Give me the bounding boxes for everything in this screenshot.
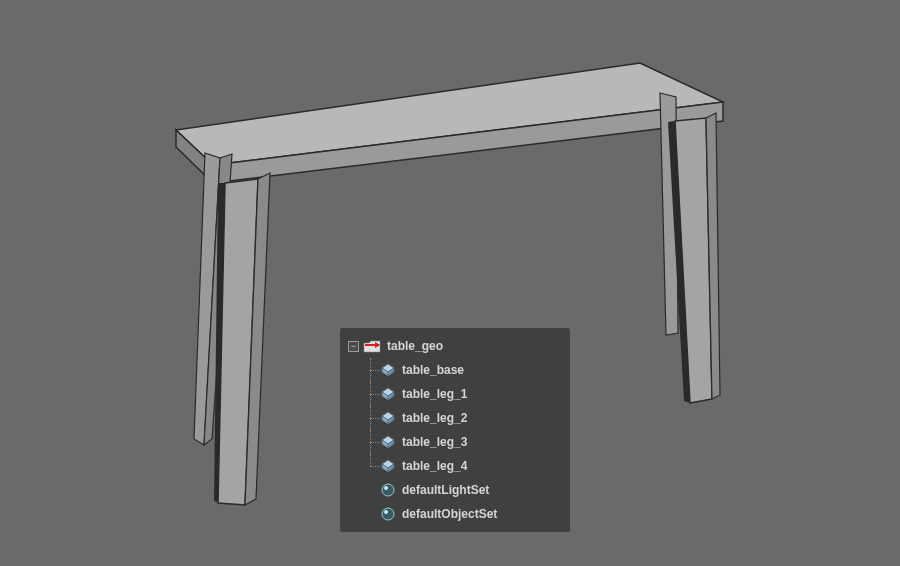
node-label: table_leg_1 — [402, 387, 467, 401]
tree-spacer — [360, 478, 380, 502]
node-label: defaultLightSet — [402, 483, 489, 497]
tree-connector — [360, 406, 380, 430]
outliner-panel[interactable]: − table_geo table_base table_l — [340, 328, 570, 532]
svg-point-28 — [384, 486, 388, 490]
node-label: table_geo — [387, 339, 443, 353]
tree-connector — [360, 382, 380, 406]
outliner-item-default-light-set[interactable]: defaultLightSet — [344, 478, 566, 502]
set-icon — [380, 482, 396, 498]
outliner-item-table-leg-4[interactable]: table_leg_4 — [344, 454, 566, 478]
tree-spacer — [360, 502, 380, 526]
tree-connector — [360, 358, 380, 382]
mesh-icon — [380, 458, 396, 474]
tree-connector — [360, 454, 380, 478]
svg-point-27 — [382, 484, 394, 496]
node-label: table_leg_3 — [402, 435, 467, 449]
outliner-item-table-leg-3[interactable]: table_leg_3 — [344, 430, 566, 454]
svg-point-29 — [382, 508, 394, 520]
outliner-item-table-geo[interactable]: − table_geo — [344, 334, 566, 358]
node-label: table_leg_2 — [402, 411, 467, 425]
mesh-icon — [380, 410, 396, 426]
mesh-icon — [380, 362, 396, 378]
tree-connector — [360, 430, 380, 454]
expand-collapse-icon[interactable]: − — [348, 341, 359, 352]
viewport-3d[interactable]: − table_geo table_base table_l — [0, 0, 900, 566]
svg-point-30 — [384, 510, 388, 514]
node-label: table_base — [402, 363, 464, 377]
set-icon — [380, 506, 396, 522]
outliner-item-default-object-set[interactable]: defaultObjectSet — [344, 502, 566, 526]
outliner-item-table-leg-1[interactable]: table_leg_1 — [344, 382, 566, 406]
mesh-icon — [380, 434, 396, 450]
outliner-item-table-base[interactable]: table_base — [344, 358, 566, 382]
group-icon — [363, 338, 381, 354]
mesh-icon — [380, 386, 396, 402]
node-label: defaultObjectSet — [402, 507, 497, 521]
node-label: table_leg_4 — [402, 459, 467, 473]
outliner-item-table-leg-2[interactable]: table_leg_2 — [344, 406, 566, 430]
